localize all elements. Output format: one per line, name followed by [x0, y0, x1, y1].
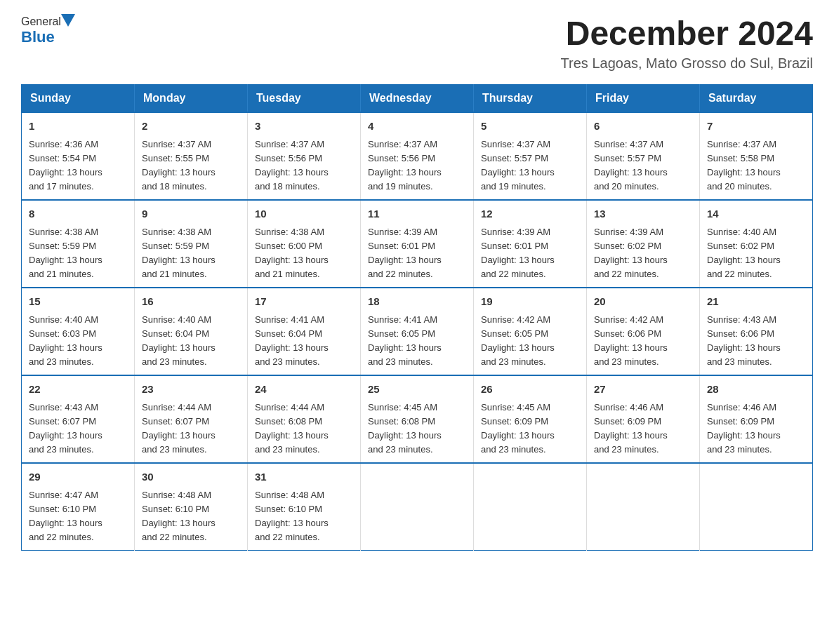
- day-number: 31: [255, 469, 353, 485]
- weekday-header-monday: Monday: [135, 85, 248, 113]
- calendar-cell: 1Sunrise: 4:36 AMSunset: 5:54 PMDaylight…: [22, 112, 135, 200]
- day-info: Sunrise: 4:37 AMSunset: 5:56 PMDaylight:…: [255, 137, 353, 194]
- day-info: Sunrise: 4:48 AMSunset: 6:10 PMDaylight:…: [255, 488, 353, 545]
- calendar-cell: [587, 463, 700, 551]
- day-number: 13: [594, 206, 692, 222]
- day-number: 23: [142, 382, 240, 398]
- calendar-cell: 25Sunrise: 4:45 AMSunset: 6:08 PMDayligh…: [361, 375, 474, 463]
- day-number: 28: [707, 382, 805, 398]
- weekday-header-saturday: Saturday: [700, 85, 813, 113]
- day-info: Sunrise: 4:44 AMSunset: 6:07 PMDaylight:…: [142, 401, 240, 457]
- calendar-cell: 29Sunrise: 4:47 AMSunset: 6:10 PMDayligh…: [22, 463, 135, 551]
- svg-marker-0: [61, 14, 75, 27]
- calendar-cell: [361, 463, 474, 551]
- calendar-cell: 7Sunrise: 4:37 AMSunset: 5:58 PMDaylight…: [700, 112, 813, 200]
- weekday-header-tuesday: Tuesday: [248, 85, 361, 113]
- calendar-table: SundayMondayTuesdayWednesdayThursdayFrid…: [21, 84, 813, 551]
- day-number: 29: [29, 469, 127, 485]
- calendar-cell: 13Sunrise: 4:39 AMSunset: 6:02 PMDayligh…: [587, 200, 700, 288]
- day-info: Sunrise: 4:43 AMSunset: 6:06 PMDaylight:…: [707, 313, 805, 370]
- day-number: 30: [142, 469, 240, 485]
- day-number: 21: [707, 294, 805, 310]
- page-header: General Blue December 2024 Tres Lagoas, …: [21, 14, 813, 72]
- day-info: Sunrise: 4:37 AMSunset: 5:58 PMDaylight:…: [707, 137, 805, 194]
- calendar-cell: [474, 463, 587, 551]
- day-number: 20: [594, 294, 692, 310]
- calendar-cell: 4Sunrise: 4:37 AMSunset: 5:56 PMDaylight…: [361, 112, 474, 200]
- day-number: 26: [481, 382, 579, 398]
- day-info: Sunrise: 4:46 AMSunset: 6:09 PMDaylight:…: [594, 401, 692, 457]
- day-number: 22: [29, 382, 127, 398]
- calendar-cell: 23Sunrise: 4:44 AMSunset: 6:07 PMDayligh…: [135, 375, 248, 463]
- calendar-cell: 26Sunrise: 4:45 AMSunset: 6:09 PMDayligh…: [474, 375, 587, 463]
- calendar-cell: 30Sunrise: 4:48 AMSunset: 6:10 PMDayligh…: [135, 463, 248, 551]
- calendar-cell: 27Sunrise: 4:46 AMSunset: 6:09 PMDayligh…: [587, 375, 700, 463]
- calendar-cell: 14Sunrise: 4:40 AMSunset: 6:02 PMDayligh…: [700, 200, 813, 288]
- day-number: 25: [368, 382, 466, 398]
- calendar-cell: 16Sunrise: 4:40 AMSunset: 6:04 PMDayligh…: [135, 288, 248, 375]
- day-number: 7: [707, 119, 805, 135]
- day-info: Sunrise: 4:38 AMSunset: 6:00 PMDaylight:…: [255, 225, 353, 282]
- weekday-header-thursday: Thursday: [474, 85, 587, 113]
- weekday-header-wednesday: Wednesday: [361, 85, 474, 113]
- day-info: Sunrise: 4:47 AMSunset: 6:10 PMDaylight:…: [29, 488, 127, 545]
- day-info: Sunrise: 4:38 AMSunset: 5:59 PMDaylight:…: [29, 225, 127, 282]
- day-info: Sunrise: 4:45 AMSunset: 6:08 PMDaylight:…: [368, 401, 466, 457]
- weekday-header-row: SundayMondayTuesdayWednesdayThursdayFrid…: [22, 85, 813, 113]
- calendar-cell: [700, 463, 813, 551]
- calendar-week-3: 15Sunrise: 4:40 AMSunset: 6:03 PMDayligh…: [22, 288, 813, 375]
- main-title: December 2024: [561, 14, 813, 53]
- day-number: 9: [142, 206, 240, 222]
- day-info: Sunrise: 4:39 AMSunset: 6:01 PMDaylight:…: [368, 225, 466, 282]
- day-info: Sunrise: 4:38 AMSunset: 5:59 PMDaylight:…: [142, 225, 240, 282]
- calendar-cell: 31Sunrise: 4:48 AMSunset: 6:10 PMDayligh…: [248, 463, 361, 551]
- calendar-cell: 21Sunrise: 4:43 AMSunset: 6:06 PMDayligh…: [700, 288, 813, 375]
- day-info: Sunrise: 4:43 AMSunset: 6:07 PMDaylight:…: [29, 401, 127, 457]
- day-info: Sunrise: 4:37 AMSunset: 5:57 PMDaylight:…: [481, 137, 579, 194]
- calendar-cell: 3Sunrise: 4:37 AMSunset: 5:56 PMDaylight…: [248, 112, 361, 200]
- calendar-cell: 17Sunrise: 4:41 AMSunset: 6:04 PMDayligh…: [248, 288, 361, 375]
- day-info: Sunrise: 4:46 AMSunset: 6:09 PMDaylight:…: [707, 401, 805, 457]
- day-number: 5: [481, 119, 579, 135]
- day-number: 19: [481, 294, 579, 310]
- day-number: 11: [368, 206, 466, 222]
- calendar-cell: 19Sunrise: 4:42 AMSunset: 6:05 PMDayligh…: [474, 288, 587, 375]
- logo-arrow-icon: [61, 14, 75, 29]
- day-info: Sunrise: 4:39 AMSunset: 6:01 PMDaylight:…: [481, 225, 579, 282]
- calendar-cell: 18Sunrise: 4:41 AMSunset: 6:05 PMDayligh…: [361, 288, 474, 375]
- day-number: 24: [255, 382, 353, 398]
- day-number: 12: [481, 206, 579, 222]
- calendar-cell: 15Sunrise: 4:40 AMSunset: 6:03 PMDayligh…: [22, 288, 135, 375]
- day-number: 18: [368, 294, 466, 310]
- day-number: 17: [255, 294, 353, 310]
- calendar-cell: 11Sunrise: 4:39 AMSunset: 6:01 PMDayligh…: [361, 200, 474, 288]
- day-info: Sunrise: 4:42 AMSunset: 6:05 PMDaylight:…: [481, 313, 579, 370]
- calendar-cell: 28Sunrise: 4:46 AMSunset: 6:09 PMDayligh…: [700, 375, 813, 463]
- subtitle: Tres Lagoas, Mato Grosso do Sul, Brazil: [561, 55, 813, 72]
- calendar-cell: 8Sunrise: 4:38 AMSunset: 5:59 PMDaylight…: [22, 200, 135, 288]
- day-number: 10: [255, 206, 353, 222]
- day-number: 8: [29, 206, 127, 222]
- day-info: Sunrise: 4:37 AMSunset: 5:56 PMDaylight:…: [368, 137, 466, 194]
- calendar-week-1: 1Sunrise: 4:36 AMSunset: 5:54 PMDaylight…: [22, 112, 813, 200]
- calendar-cell: 2Sunrise: 4:37 AMSunset: 5:55 PMDaylight…: [135, 112, 248, 200]
- logo-general-text: General: [21, 15, 61, 28]
- day-number: 1: [29, 119, 127, 135]
- day-number: 15: [29, 294, 127, 310]
- logo-blue-text: Blue: [21, 28, 55, 46]
- day-info: Sunrise: 4:42 AMSunset: 6:06 PMDaylight:…: [594, 313, 692, 370]
- day-number: 2: [142, 119, 240, 135]
- day-info: Sunrise: 4:41 AMSunset: 6:05 PMDaylight:…: [368, 313, 466, 370]
- logo: General Blue: [21, 14, 78, 46]
- calendar-week-4: 22Sunrise: 4:43 AMSunset: 6:07 PMDayligh…: [22, 375, 813, 463]
- day-number: 6: [594, 119, 692, 135]
- calendar-cell: 20Sunrise: 4:42 AMSunset: 6:06 PMDayligh…: [587, 288, 700, 375]
- day-info: Sunrise: 4:48 AMSunset: 6:10 PMDaylight:…: [142, 488, 240, 545]
- weekday-header-friday: Friday: [587, 85, 700, 113]
- day-info: Sunrise: 4:45 AMSunset: 6:09 PMDaylight:…: [481, 401, 579, 457]
- day-info: Sunrise: 4:44 AMSunset: 6:08 PMDaylight:…: [255, 401, 353, 457]
- calendar-cell: 10Sunrise: 4:38 AMSunset: 6:00 PMDayligh…: [248, 200, 361, 288]
- title-block: December 2024 Tres Lagoas, Mato Grosso d…: [561, 14, 813, 72]
- day-info: Sunrise: 4:40 AMSunset: 6:02 PMDaylight:…: [707, 225, 805, 282]
- calendar-cell: 24Sunrise: 4:44 AMSunset: 6:08 PMDayligh…: [248, 375, 361, 463]
